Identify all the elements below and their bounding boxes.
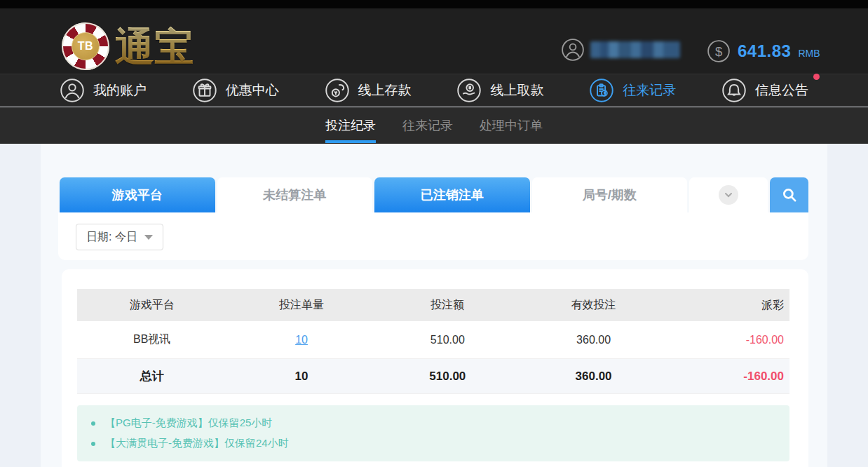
nav-item-online-withdraw[interactable]: 线上取款 <box>456 78 543 103</box>
brand-name: 通宝 <box>115 27 194 66</box>
nav-item-promotions[interactable]: 优惠中心 <box>192 78 279 103</box>
col-bet-amount: 投注额 <box>377 298 519 313</box>
brand-logo[interactable]: TB 通宝 <box>62 22 194 70</box>
user-circle-icon <box>60 78 85 103</box>
table-row: BB视讯 10 510.00 360.00 -160.00 <box>77 321 789 359</box>
col-game-platform: 游戏平台 <box>77 298 226 313</box>
col-bet-count: 投注单量 <box>226 298 376 313</box>
nav-item-transaction-records[interactable]: 往来记录 <box>589 78 676 103</box>
caret-down-icon <box>144 235 153 240</box>
balance-display: $ 641.83 RMB <box>707 39 820 63</box>
filter-tab-game-platform[interactable]: 游戏平台 <box>60 177 215 212</box>
nav-label: 线上存款 <box>358 81 412 100</box>
filter-dropdown[interactable] <box>689 177 768 212</box>
username-censored <box>590 41 680 58</box>
cell-valid-bet: 360.00 <box>519 334 668 346</box>
nav-label: 往来记录 <box>623 81 676 100</box>
cell-platform: BB视讯 <box>77 332 226 347</box>
chip-label: TB <box>72 32 100 60</box>
header: TB 通宝 $ 641.83 RMB <box>0 8 868 74</box>
cell-bet-amount: 510.00 <box>377 334 519 346</box>
dollar-coin-icon: $ <box>707 39 731 63</box>
records-icon <box>589 78 614 103</box>
nav-label: 信息公告 <box>755 81 808 100</box>
tab-transaction-records[interactable]: 往来记录 <box>402 107 453 144</box>
user-avatar-icon <box>561 38 585 62</box>
table-total-row: 总计 10 510.00 360.00 -160.00 <box>77 359 789 394</box>
date-filter[interactable]: 日期: 今日 <box>76 224 163 250</box>
search-button[interactable] <box>770 177 808 212</box>
filter-tab-bar: 游戏平台 未结算注单 已注销注单 局号/期数 <box>60 177 808 212</box>
page: TB 通宝 $ 641.83 RMB <box>0 0 868 467</box>
tab-pending-orders[interactable]: 处理中订单 <box>480 107 543 144</box>
nav-item-my-account[interactable]: 我的账户 <box>60 78 147 103</box>
notification-badge <box>813 74 820 80</box>
total-label: 总计 <box>77 368 226 384</box>
chevron-down-icon <box>719 185 738 205</box>
table-header-row: 游戏平台 投注单量 投注额 有效投注 派彩 <box>77 289 789 321</box>
balance-amount: 641.83 <box>738 41 791 61</box>
bet-summary-table: 游戏平台 投注单量 投注额 有效投注 派彩 BB视讯 10 510.00 360… <box>77 289 789 394</box>
nav-item-online-deposit[interactable]: 线上存款 <box>325 78 412 103</box>
nav-item-announcements[interactable]: 信息公告 <box>721 78 808 103</box>
main-nav: 我的账户 优惠中心 <box>0 74 868 107</box>
top-strip <box>0 0 868 8</box>
sub-nav: 投注纪录 往来记录 处理中订单 <box>0 107 868 144</box>
nav-label: 我的账户 <box>93 81 147 100</box>
deposit-icon <box>325 78 350 103</box>
tab-betting-records[interactable]: 投注纪录 <box>325 107 376 144</box>
bell-icon <box>721 78 747 103</box>
date-filter-label: 日期: 今日 <box>86 230 137 245</box>
bullet-dot <box>91 421 95 426</box>
notice-text: 【大满贯电子-免费游戏】仅保留24小时 <box>105 437 289 450</box>
total-bet-amount: 510.00 <box>377 370 519 384</box>
filter-panel: 日期: 今日 <box>58 212 808 260</box>
total-payout: -160.00 <box>668 370 789 384</box>
results-panel: 游戏平台 投注单量 投注额 有效投注 派彩 BB视讯 10 510.00 360… <box>62 269 808 467</box>
cell-payout: -160.00 <box>668 334 789 346</box>
nav-label: 优惠中心 <box>226 81 279 100</box>
bet-count-link[interactable]: 10 <box>295 334 308 346</box>
svg-text:$: $ <box>715 44 722 59</box>
filter-tab-unsettled[interactable]: 未结算注单 <box>217 177 373 212</box>
total-count: 10 <box>226 370 376 384</box>
search-icon <box>780 186 799 204</box>
nav-label: 线上取款 <box>490 81 543 100</box>
notice-line: 【大满贯电子-免费游戏】仅保留24小时 <box>77 433 789 454</box>
total-valid-bet: 360.00 <box>519 370 668 384</box>
notice-line: 【PG电子-免费游戏】仅保留25小时 <box>77 413 789 433</box>
balance-currency: RMB <box>798 43 820 59</box>
filter-tab-round-number[interactable]: 局号/期数 <box>532 177 688 212</box>
user-menu[interactable] <box>561 38 680 62</box>
col-valid-bet: 有效投注 <box>519 298 668 313</box>
casino-chip-icon: TB <box>62 22 109 70</box>
notice-text: 【PG电子-免费游戏】仅保留25小时 <box>105 417 272 430</box>
gift-icon <box>192 78 217 103</box>
col-payout: 派彩 <box>668 298 789 313</box>
withdraw-icon <box>456 78 482 103</box>
filter-tab-cancelled[interactable]: 已注销注单 <box>374 177 530 212</box>
bullet-dot <box>91 442 95 446</box>
notice-box: 【PG电子-免费游戏】仅保留25小时 【大满贯电子-免费游戏】仅保留24小时 <box>77 405 789 461</box>
